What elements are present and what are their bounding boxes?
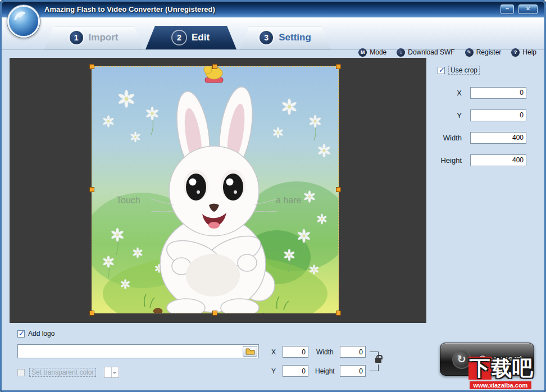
crop-handle-n[interactable]	[212, 64, 217, 69]
crop-y-row: Y	[457, 109, 526, 121]
use-crop-checkbox[interactable]	[438, 67, 445, 74]
tab-setting[interactable]: 3 Setting	[240, 26, 331, 49]
logo-width-input[interactable]	[340, 346, 366, 358]
menu-download-label: Download SWF	[408, 48, 454, 56]
crop-height-label: Height	[440, 156, 462, 165]
crop-width-label: Width	[443, 134, 462, 142]
add-logo-checkbox[interactable]	[17, 330, 25, 338]
crop-handle-nw[interactable]	[89, 64, 94, 69]
menu-mode-label: Mode	[370, 48, 386, 56]
add-logo-row: Add logo	[17, 330, 54, 338]
set-transparent-color-checkbox	[17, 369, 25, 376]
logo-path-wrap	[17, 344, 259, 358]
browse-button[interactable]	[243, 346, 257, 357]
logo-width-label: Width	[316, 348, 334, 356]
tab-edit-label: Edit	[192, 32, 210, 43]
crop-selection[interactable]	[92, 66, 339, 313]
menu-item-help[interactable]: ? Help	[511, 48, 536, 57]
crop-x-row: X	[457, 86, 526, 99]
crop-handle-s[interactable]	[212, 311, 217, 316]
watermark-url: www.xiazaiba.com	[470, 381, 532, 389]
crop-height-input[interactable]	[470, 154, 526, 166]
tab-edit-number-badge: 2	[172, 31, 186, 44]
use-crop-label: Use crop	[448, 66, 480, 75]
crop-y-input[interactable]	[470, 110, 526, 121]
crop-height-row: Height	[440, 154, 526, 166]
set-transparent-color-label: Set transparent color	[29, 368, 96, 377]
add-logo-label: Add logo	[28, 330, 54, 338]
tab-import[interactable]: 1 Import	[44, 26, 143, 49]
register-icon: ✎	[465, 48, 474, 57]
app-window: Amazing Flash to Video Converter (Unregi…	[0, 0, 546, 392]
logo-y-label: Y	[271, 367, 276, 375]
logo-height-input[interactable]	[340, 365, 366, 377]
close-button[interactable]: ✕	[518, 4, 538, 14]
crop-width-input[interactable]	[470, 132, 526, 144]
crop-width-row: Width	[443, 131, 526, 144]
crop-handle-se[interactable]	[336, 311, 341, 316]
watermark-title: 下载吧	[458, 358, 543, 380]
preview-area: Touch a hare	[10, 58, 426, 323]
menu-help-label: Help	[522, 48, 536, 56]
use-crop-row: Use crop	[438, 66, 480, 75]
tab-setting-number-badge: 3	[260, 31, 273, 44]
folder-icon	[245, 348, 255, 355]
logo-x-input[interactable]	[283, 346, 308, 358]
crop-x-input[interactable]	[470, 87, 526, 99]
app-logo-icon	[7, 5, 40, 38]
crop-panel: Use crop X Y Width Height	[430, 60, 542, 206]
logo-x-label: X	[271, 348, 276, 356]
transparent-color-dropdown	[104, 367, 119, 378]
menu-item-mode[interactable]: M Mode	[358, 48, 386, 57]
mode-icon: M	[358, 48, 367, 57]
minimize-button[interactable]: –	[501, 4, 514, 14]
crop-handle-e[interactable]	[336, 187, 341, 192]
menu-register-label: Register	[476, 48, 502, 56]
link-line-bottom	[370, 364, 379, 371]
crop-handle-ne[interactable]	[336, 64, 341, 69]
logo-path-input[interactable]	[17, 344, 259, 358]
download-icon: ↓	[397, 48, 405, 57]
crop-x-label: X	[457, 89, 462, 97]
logo-height-label: Height	[315, 367, 335, 375]
tab-strip: 1 Import 2 Edit 3 Setting M Mode ↓ Downl…	[2, 17, 544, 50]
titlebar: Amazing Flash to Video Converter (Unregi…	[2, 2, 544, 17]
preview-stage: Touch a hare	[92, 66, 339, 313]
logo-y-input[interactable]	[283, 365, 308, 377]
help-icon: ?	[511, 48, 520, 57]
watermark: 下载吧 www.xiazaiba.com	[458, 358, 543, 390]
tab-setting-label: Setting	[279, 32, 311, 43]
menu-item-register[interactable]: ✎ Register	[465, 48, 502, 57]
tab-import-label: Import	[89, 32, 119, 43]
lock-icon[interactable]	[375, 358, 381, 363]
crop-y-label: Y	[457, 111, 462, 120]
crop-handle-w[interactable]	[89, 187, 94, 192]
menu-item-download-swf[interactable]: ↓ Download SWF	[397, 48, 454, 57]
crop-handle-sw[interactable]	[89, 311, 94, 316]
transparent-color-row: Set transparent color	[17, 367, 119, 378]
tab-import-number-badge: 1	[70, 31, 83, 44]
window-title: Amazing Flash to Video Converter (Unregi…	[44, 5, 215, 13]
tab-edit[interactable]: 2 Edit	[145, 26, 236, 49]
